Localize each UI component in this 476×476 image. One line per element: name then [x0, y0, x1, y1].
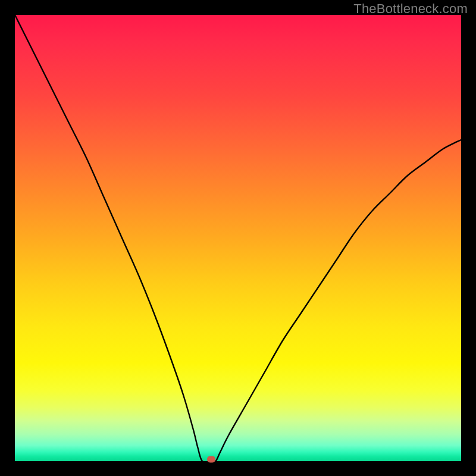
chart-container: TheBottleneck.com [0, 0, 476, 476]
watermark-text: TheBottleneck.com [353, 1, 468, 17]
bottleneck-curve [15, 15, 461, 461]
plot-area [15, 15, 461, 461]
optimum-marker [207, 456, 215, 463]
